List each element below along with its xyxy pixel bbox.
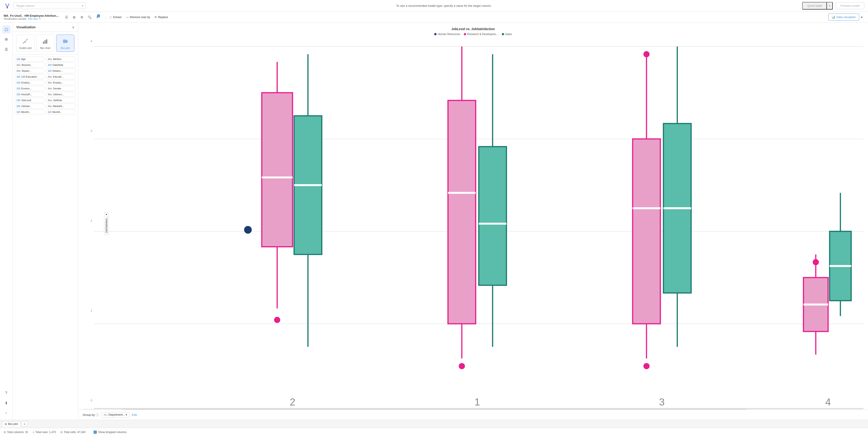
- svg-point-46: [643, 363, 649, 369]
- search-icon[interactable]: 🔍: [86, 14, 93, 21]
- filter-badge: 3: [97, 14, 100, 18]
- svg-rect-10: [44, 40, 46, 44]
- box-plot-icon-type: [61, 37, 69, 45]
- main-content: ☰ ? ⬆ › Visualization ∧: [0, 23, 868, 420]
- col-row-0: 123Age AbcAttrition: [14, 57, 76, 62]
- bar-chart-type-btn[interactable]: Bar chart: [36, 35, 54, 52]
- grid-view-icon[interactable]: ⊞: [71, 14, 78, 21]
- col-department[interactable]: AbcDepart...: [14, 68, 45, 73]
- quick-build-button[interactable]: Quick build: [802, 2, 827, 9]
- col-empcount[interactable]: 123Employ...: [14, 80, 45, 85]
- col-distance[interactable]: 123Distanc...: [46, 68, 76, 73]
- left-nav: ☰ ? ⬆ ›: [0, 23, 13, 420]
- file-info: WA_Fn-UseC_-HR-Employee-Attrition... Vis…: [4, 14, 59, 20]
- abc-icon: Abc: [103, 414, 107, 416]
- scatter-plot-type-btn[interactable]: Scatter plot: [16, 35, 34, 52]
- nav-chevron-icon[interactable]: ›: [2, 409, 10, 417]
- col-hourly[interactable]: 123HourlyR...: [14, 92, 45, 97]
- svg-rect-24: [262, 93, 292, 247]
- list-view-icon[interactable]: ☰: [63, 14, 70, 21]
- y-tick-3: 3: [91, 129, 92, 133]
- col-row-8: 123JobSati... AbcMaritalS...: [14, 104, 76, 109]
- remove-rows-button[interactable]: — Remove rows by: [124, 14, 152, 20]
- show-dropped-checkbox[interactable]: ✓: [94, 431, 97, 434]
- viz-panel-collapse[interactable]: ∧: [72, 25, 74, 29]
- col-dailyrate[interactable]: 123DailyRate: [46, 62, 76, 67]
- col-educationfield[interactable]: AbcEducati...: [46, 74, 76, 79]
- filename: WA_Fn-UseC_-HR-Employee-Attrition...: [4, 14, 59, 18]
- extract-icon: ⬚: [110, 16, 112, 19]
- extract-button[interactable]: ⬚ Extract: [107, 14, 124, 20]
- svg-point-7: [27, 39, 28, 40]
- col-monthly1[interactable]: 123Monthl...: [14, 110, 45, 115]
- col-environ[interactable]: 123Environ...: [14, 86, 45, 91]
- box-plot-tab[interactable]: ⊟ Box plot: [2, 421, 21, 427]
- quick-build-dropdown-arrow[interactable]: ▾: [827, 2, 833, 9]
- svg-rect-9: [43, 41, 44, 44]
- col-empno[interactable]: AbcEmploy...: [46, 80, 76, 85]
- nav-model-icon[interactable]: [2, 35, 10, 43]
- col-row-3: 123123 Education AbcEducati...: [14, 74, 76, 79]
- status-bar: ⊞ Total columns: 32 ≡ Total rows: 1,470 …: [0, 428, 868, 436]
- col-jobinvol[interactable]: AbcJobInvo...: [46, 92, 76, 97]
- preview-model-button[interactable]: Preview model: [836, 2, 864, 9]
- chart-scroll-bar[interactable]: [83, 409, 864, 409]
- remove-rows-icon: —: [126, 16, 129, 19]
- viz-panel: Visualization ∧ Scatter plot: [13, 23, 78, 420]
- legend-hr: Human Resources: [434, 33, 460, 36]
- data-visualizer-button[interactable]: 📊 Data visualizer: [828, 13, 859, 21]
- col-attrition[interactable]: AbcAttrition: [46, 57, 76, 62]
- col-education[interactable]: 123123 Education: [14, 74, 45, 79]
- box-plot-tab-icon: ⊟: [5, 423, 7, 426]
- total-rows: ≡ Total rows: 1,470: [33, 431, 56, 434]
- chart-legend: Human Resources Research & Developme... …: [83, 33, 864, 36]
- top-bar-hint: To see a recommended model type, specify…: [89, 4, 799, 7]
- nav-home-icon[interactable]: [2, 25, 10, 33]
- svg-point-60: [244, 226, 252, 234]
- add-tab-button[interactable]: +: [22, 421, 27, 427]
- app-logo: [4, 2, 11, 9]
- svg-text:1: 1: [474, 397, 480, 407]
- expand-button[interactable]: ▾: [859, 14, 864, 20]
- sample-link[interactable]: 100 rows: [28, 18, 38, 20]
- svg-point-6: [26, 40, 27, 41]
- col-age[interactable]: 123Age: [14, 57, 45, 62]
- show-dropped-columns[interactable]: ✓ Show dropped columns: [94, 431, 126, 434]
- svg-text:4: 4: [825, 397, 831, 407]
- col-jobrole[interactable]: AbcJobRole: [46, 98, 76, 103]
- box-plot-label: Box plot: [61, 47, 70, 49]
- target-column-select[interactable]: Target column ▾: [13, 2, 86, 9]
- replace-button[interactable]: ⟳ Replace: [152, 14, 170, 20]
- nav-export-icon[interactable]: ⬆: [2, 399, 10, 407]
- scroll-bar-thumb[interactable]: [122, 409, 746, 409]
- y-axis-dropdown[interactable]: JobSatisfact... ▾: [104, 212, 109, 235]
- edit-pencil-icon[interactable]: ✏: [39, 18, 41, 20]
- col-marital[interactable]: AbcMaritalS...: [46, 104, 76, 109]
- filter-icon[interactable]: ⚙: [79, 14, 85, 21]
- col-row-7: 123JobLevel AbcJobRole: [14, 98, 76, 103]
- box-plot-type-btn[interactable]: Box plot: [56, 35, 74, 52]
- svg-rect-33: [448, 100, 476, 324]
- svg-text:2: 2: [290, 397, 296, 407]
- scatter-icon: [21, 37, 29, 45]
- col-monthly2[interactable]: 123Monthl...: [46, 110, 76, 115]
- nav-list-icon[interactable]: ☰: [2, 45, 10, 53]
- bottom-tabs: ⊟ Box plot +: [0, 420, 868, 428]
- rows-icon: ≡: [33, 431, 34, 434]
- group-by-select[interactable]: Abc Department... ▾: [101, 412, 129, 417]
- legend-hr-dot: [434, 33, 436, 35]
- col-row-2: AbcDepart... 123Distanc...: [14, 68, 76, 73]
- svg-rect-38: [479, 147, 506, 285]
- group-by-info-icon: i: [96, 413, 99, 416]
- nav-help-icon[interactable]: ?: [2, 389, 10, 397]
- svg-point-36: [459, 363, 465, 369]
- toolbar-separator: [105, 14, 105, 20]
- col-gender[interactable]: AbcGender: [46, 86, 76, 91]
- col-joblevel[interactable]: 123JobLevel: [14, 98, 45, 103]
- col-business[interactable]: AbcBusines...: [14, 62, 45, 67]
- features-icon[interactable]: ≡ 3: [94, 14, 101, 21]
- legend-hr-label: Human Resources: [438, 33, 460, 36]
- show-dropped-label: Show dropped columns: [98, 431, 126, 434]
- col-jobsati[interactable]: 123JobSati...: [14, 104, 45, 109]
- edit-link[interactable]: Edit: [132, 413, 137, 416]
